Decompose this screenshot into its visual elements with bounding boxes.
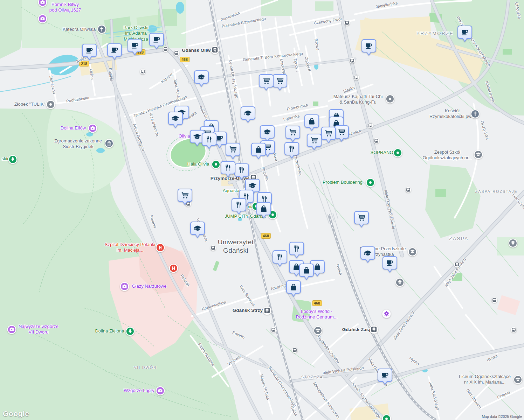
school-marker[interactable] <box>360 246 375 263</box>
cafe-marker[interactable] <box>149 33 164 49</box>
cafe-marker[interactable] <box>127 38 143 55</box>
school-marker[interactable] <box>194 70 209 87</box>
supermarket-marker[interactable] <box>177 188 193 205</box>
school-marker[interactable] <box>168 111 183 128</box>
poi-markers-layer <box>0 0 524 420</box>
shop-marker[interactable] <box>299 263 314 280</box>
cafe-marker[interactable] <box>382 256 398 273</box>
restaurant-marker[interactable] <box>272 250 288 267</box>
restaurant-marker[interactable] <box>284 142 299 159</box>
restaurant-marker[interactable] <box>289 241 304 258</box>
school-marker[interactable] <box>260 125 275 142</box>
cafe-marker[interactable] <box>107 43 122 60</box>
shop-marker[interactable] <box>251 142 266 159</box>
map-canvas[interactable]: 218218468468468 PiastowskaBolesława Krzy… <box>0 0 524 420</box>
supermarket-marker[interactable] <box>258 74 274 91</box>
supermarket-marker[interactable] <box>306 133 322 150</box>
shop-marker[interactable] <box>304 114 319 131</box>
shop-marker[interactable] <box>286 280 301 297</box>
shop-marker[interactable] <box>256 202 271 218</box>
supermarket-marker[interactable] <box>225 142 241 159</box>
school-marker[interactable] <box>240 106 256 123</box>
supermarket-marker[interactable] <box>272 74 288 91</box>
map-attribution: Map data ©2025 Google <box>482 414 522 419</box>
cafe-marker[interactable] <box>82 43 97 60</box>
supermarket-marker[interactable] <box>285 125 301 142</box>
cafe-marker[interactable] <box>361 39 377 56</box>
google-logo[interactable]: Google <box>3 410 29 418</box>
restaurant-marker[interactable] <box>234 163 249 180</box>
restaurant-marker[interactable] <box>220 161 236 177</box>
restaurant-marker[interactable] <box>201 132 217 149</box>
cafe-marker[interactable] <box>377 368 393 385</box>
cafe-marker[interactable] <box>457 25 473 42</box>
supermarket-marker[interactable] <box>354 211 369 227</box>
restaurant-marker[interactable] <box>231 198 247 215</box>
supermarket-marker[interactable] <box>321 126 336 143</box>
school-marker[interactable] <box>190 221 205 238</box>
